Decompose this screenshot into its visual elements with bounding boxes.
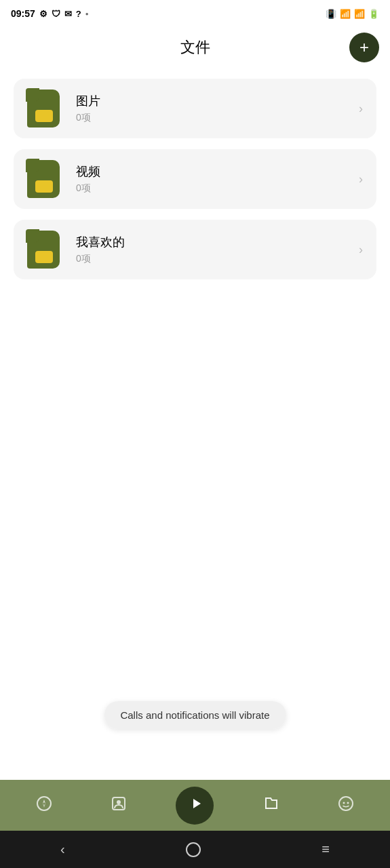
face-icon	[338, 795, 354, 816]
back-button[interactable]: ‹	[60, 842, 65, 857]
wifi-icon: 📶	[340, 9, 351, 19]
vibrate-toast: Calls and notifications will vibrate	[104, 701, 286, 729]
compass-icon	[36, 795, 52, 816]
back-icon: ‹	[60, 842, 65, 857]
file-name-images: 图片	[76, 93, 359, 109]
nav-item-compass[interactable]	[27, 789, 61, 823]
status-bar: 09:57 ⚙ 🛡 ✉ ? ● 📳 📶 📶 🔋	[0, 0, 390, 27]
file-name-favorites: 我喜欢的	[76, 234, 359, 250]
bottom-nav	[0, 780, 390, 831]
file-name-videos: 视频	[76, 163, 359, 180]
time-display: 09:57	[11, 8, 35, 19]
file-count-videos: 0项	[76, 182, 359, 195]
status-right: 📳 📶 📶 🔋	[326, 9, 379, 19]
svg-point-4	[117, 800, 121, 804]
file-icon-favorites	[27, 231, 65, 269]
file-info-favorites: 我喜欢的 0项	[76, 234, 359, 265]
dot-icon: ●	[85, 11, 89, 17]
system-nav: ‹ ≡	[0, 831, 390, 868]
file-info-videos: 视频 0项	[76, 163, 359, 195]
vibrate-icon: 📳	[326, 9, 336, 19]
play-icon	[188, 795, 204, 816]
chevron-icon-favorites: ›	[359, 243, 363, 257]
battery-icon: 🔋	[368, 9, 379, 19]
vibrate-toast-text: Calls and notifications will vibrate	[120, 709, 269, 721]
menu-button[interactable]: ≡	[321, 842, 330, 857]
shield-icon: 🛡	[52, 9, 60, 19]
file-item-favorites[interactable]: 我喜欢的 0项 ›	[14, 220, 376, 279]
file-list: 图片 0项 › 视频 0项 › 我喜欢的 0项 ›	[0, 68, 390, 290]
page-header: 文件 +	[0, 27, 390, 68]
chevron-icon-images: ›	[359, 102, 363, 116]
signal-icon: 📶	[354, 9, 365, 19]
menu-icon: ≡	[321, 842, 330, 857]
chevron-icon-videos: ›	[359, 172, 363, 186]
home-button[interactable]	[186, 842, 201, 857]
svg-marker-2	[43, 804, 45, 808]
files-icon	[263, 795, 279, 816]
home-icon	[186, 842, 201, 857]
nav-item-profile[interactable]	[102, 789, 136, 823]
svg-point-8	[347, 802, 349, 804]
nav-item-account[interactable]	[329, 789, 363, 823]
file-count-favorites: 0项	[76, 253, 359, 265]
file-count-images: 0项	[76, 112, 359, 124]
svg-marker-1	[43, 800, 45, 804]
svg-point-0	[37, 797, 51, 810]
svg-point-7	[343, 802, 345, 804]
file-item-images[interactable]: 图片 0项 ›	[14, 79, 376, 138]
help-icon: ?	[76, 9, 81, 19]
file-icon-videos	[27, 160, 65, 198]
svg-point-6	[339, 797, 353, 810]
nav-item-files[interactable]	[254, 789, 288, 823]
add-button[interactable]: +	[349, 33, 379, 62]
nav-item-play[interactable]	[176, 787, 214, 825]
file-item-videos[interactable]: 视频 0项 ›	[14, 149, 376, 209]
page-title: 文件	[180, 37, 210, 58]
mail-icon: ✉	[64, 9, 72, 19]
status-left: 09:57 ⚙ 🛡 ✉ ? ●	[11, 8, 89, 19]
file-info-images: 图片 0项	[76, 93, 359, 124]
file-icon-images	[27, 90, 65, 127]
add-icon: +	[359, 39, 369, 56]
profile-icon	[111, 795, 127, 816]
settings-icon: ⚙	[39, 9, 47, 19]
svg-marker-5	[193, 799, 201, 808]
